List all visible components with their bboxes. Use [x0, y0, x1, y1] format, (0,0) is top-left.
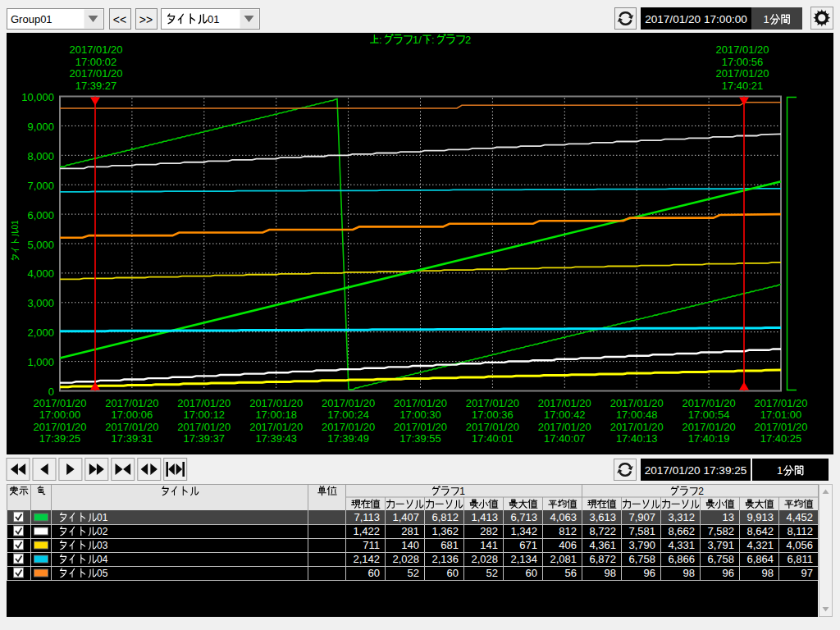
svg-text:2017/01/20: 2017/01/20 [610, 421, 664, 433]
svg-text:6,872: 6,872 [589, 553, 616, 565]
svg-text:17:00:56: 17:00:56 [722, 56, 764, 68]
svg-text:13: 13 [723, 511, 734, 523]
svg-text:2,028: 2,028 [471, 553, 498, 565]
svg-text:17:39:37: 17:39:37 [183, 432, 225, 445]
svg-text:7,113: 7,113 [354, 511, 380, 523]
svg-text:1,342: 1,342 [510, 525, 537, 537]
svg-text:2017/01/20: 2017/01/20 [682, 397, 736, 409]
svg-text:2,081: 2,081 [550, 553, 577, 565]
svg-text:711: 711 [363, 539, 380, 551]
svg-text:01: 01 [97, 512, 108, 523]
svg-text:17:00:42: 17:00:42 [544, 409, 586, 421]
svg-text:98: 98 [605, 567, 616, 579]
svg-text:6,758: 6,758 [707, 553, 734, 565]
svg-text:140: 140 [401, 539, 419, 551]
svg-text:2: 2 [465, 34, 471, 46]
svg-text:2017/01/20: 2017/01/20 [394, 397, 447, 409]
svg-text:4,361: 4,361 [589, 539, 616, 551]
svg-text:6,000: 6,000 [27, 209, 54, 221]
svg-text:<<: << [113, 13, 126, 26]
svg-text:2017/01/20: 2017/01/20 [105, 397, 158, 409]
svg-text:1: 1 [763, 13, 769, 25]
svg-text:17:40:07: 17:40:07 [544, 432, 586, 445]
svg-text:8,112: 8,112 [787, 525, 813, 537]
svg-text:1,000: 1,000 [27, 356, 54, 368]
svg-text::: : [431, 34, 435, 46]
svg-text:2017/01/20: 2017/01/20 [249, 397, 303, 409]
svg-text:04: 04 [97, 554, 108, 565]
svg-text:7,000: 7,000 [27, 180, 54, 192]
svg-text:1/: 1/ [413, 34, 422, 46]
svg-text:2017/01/20: 2017/01/20 [394, 421, 447, 433]
svg-text:01: 01 [208, 13, 219, 25]
svg-text:2017/01/20: 2017/01/20 [715, 43, 769, 56]
svg-text:6,758: 6,758 [628, 553, 655, 565]
svg-text:98: 98 [762, 567, 774, 579]
svg-text:2017/01/20: 2017/01/20 [715, 67, 769, 80]
svg-text:4,056: 4,056 [786, 539, 813, 551]
svg-text:4,321: 4,321 [746, 539, 774, 551]
svg-text:17:00:30: 17:00:30 [399, 409, 441, 421]
svg-text:17:00:06: 17:00:06 [112, 409, 153, 421]
svg-text:2017/01/20: 2017/01/20 [249, 421, 303, 433]
svg-text:05: 05 [97, 568, 108, 579]
svg-text:2017/01/20: 2017/01/20 [69, 67, 122, 80]
svg-text:2017/01/20: 2017/01/20 [754, 421, 807, 433]
svg-text:2017/01/20: 2017/01/20 [538, 397, 591, 409]
svg-text:406: 406 [559, 539, 577, 551]
svg-text:17:40:25: 17:40:25 [760, 432, 802, 445]
svg-text:8,642: 8,642 [746, 525, 774, 537]
svg-text:2: 2 [698, 486, 704, 497]
svg-text:17:39:25: 17:39:25 [39, 432, 81, 445]
svg-text:6,812: 6,812 [431, 511, 459, 523]
svg-text:17:39:55: 17:39:55 [399, 432, 441, 445]
svg-text:2017/01/20: 2017/01/20 [33, 421, 86, 433]
svg-text:4,000: 4,000 [27, 267, 54, 280]
svg-text:2017/01/20: 2017/01/20 [177, 421, 231, 433]
svg-text:2017/01/20: 2017/01/20 [466, 421, 519, 433]
svg-text:1,413: 1,413 [471, 511, 498, 523]
svg-text:2,000: 2,000 [27, 326, 54, 339]
svg-text:5,000: 5,000 [27, 239, 54, 251]
svg-text:01: 01 [11, 220, 20, 230]
svg-text:7,907: 7,907 [628, 511, 655, 523]
svg-text:7,582: 7,582 [707, 525, 734, 537]
svg-text:17:40:19: 17:40:19 [688, 432, 730, 445]
svg-text:60: 60 [526, 567, 537, 579]
svg-text:3,613: 3,613 [589, 511, 616, 523]
svg-text:17:00:48: 17:00:48 [616, 409, 658, 421]
svg-text:6,811: 6,811 [787, 553, 813, 565]
svg-text:1: 1 [459, 486, 465, 497]
svg-text:6,866: 6,866 [668, 553, 695, 565]
svg-text:7,581: 7,581 [628, 525, 655, 537]
svg-text:52: 52 [486, 567, 498, 579]
svg-text:03: 03 [97, 540, 108, 551]
svg-text:6,864: 6,864 [746, 553, 774, 565]
svg-text:4,063: 4,063 [550, 511, 577, 523]
svg-text:17:00:00: 17:00:00 [39, 409, 81, 421]
svg-text:671: 671 [519, 539, 537, 551]
svg-text:2017/01/20: 2017/01/20 [33, 397, 86, 409]
svg-text:17:40:21: 17:40:21 [722, 80, 764, 92]
svg-text:3,312: 3,312 [668, 511, 695, 523]
svg-text:281: 281 [401, 525, 419, 537]
svg-text:2017/01/20 17:39:25: 2017/01/20 17:39:25 [645, 464, 747, 477]
svg-text:>>: >> [139, 13, 153, 26]
svg-text:97: 97 [801, 567, 813, 579]
svg-text:4,452: 4,452 [786, 511, 813, 523]
svg-text:2,028: 2,028 [392, 553, 419, 565]
svg-text:60: 60 [368, 567, 380, 579]
svg-text:6,713: 6,713 [510, 511, 537, 523]
svg-text:8,722: 8,722 [589, 525, 616, 537]
svg-text:3,790: 3,790 [628, 539, 655, 551]
svg-text:1,422: 1,422 [353, 525, 380, 537]
svg-text:2017/01/20: 2017/01/20 [754, 397, 807, 409]
svg-text:2017/01/20: 2017/01/20 [69, 43, 122, 56]
svg-text:17:39:49: 17:39:49 [327, 432, 369, 445]
svg-text:2017/01/20: 2017/01/20 [682, 421, 736, 433]
svg-text:282: 282 [480, 525, 498, 537]
svg-text:Group01: Group01 [11, 13, 52, 25]
svg-text:17:39:43: 17:39:43 [255, 432, 297, 445]
svg-text:10,000: 10,000 [21, 91, 54, 103]
svg-text:2017/01/20: 2017/01/20 [105, 421, 158, 433]
